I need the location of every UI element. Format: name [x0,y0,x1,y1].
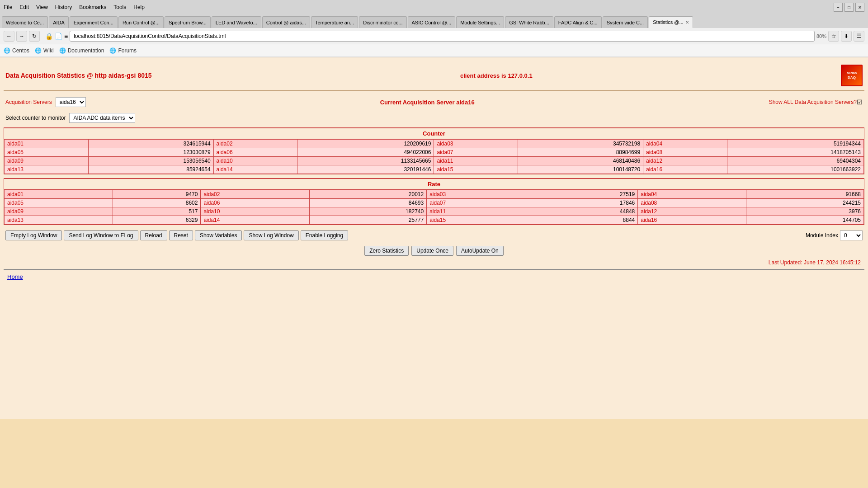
rate-value: 91668 [746,190,864,199]
counter-value: 88984699 [518,148,643,157]
rate-label: aida08 [638,199,746,207]
rate-value: 84693 [309,199,427,207]
counter-label: aida03 [434,140,518,148]
menu-history[interactable]: History [55,4,72,10]
tab-spectrum[interactable]: Spectrum Brow... [165,16,211,28]
rate-label: aida01 [5,190,113,199]
show-all-checkbox[interactable]: ☑ [857,99,863,106]
rate-label: aida10 [201,207,309,216]
globe-icon-docs: 🌐 [59,47,66,54]
last-updated: Last Updated: June 17, 2024 16:45:12 [4,258,864,267]
counter-label: aida02 [213,140,297,148]
reload-page-button[interactable]: Reload [140,230,167,240]
counter-label: aida08 [643,148,727,157]
close-button[interactable]: ✕ [855,3,864,12]
menu-edit[interactable]: Edit [19,4,29,10]
counter-value: 519194344 [727,140,863,148]
rate-value: 8602 [113,199,201,207]
client-address: client address is 127.0.0.1 [460,72,533,79]
zero-statistics-button[interactable]: Zero Statistics [364,246,409,256]
menu-icon[interactable]: ☰ [854,31,864,42]
tab-runcontrol[interactable]: Run Control @... [118,16,164,28]
bookmark-centos[interactable]: 🌐 Centos [4,47,29,54]
empty-log-button[interactable]: Empty Log Window [5,230,62,240]
reload-button[interactable]: ↻ [29,31,40,42]
table-row: aida13 6329 aida14 25777 aida15 8844 aid… [5,216,864,225]
current-server-label: Current Acquisition Server aida16 [86,99,769,106]
minimize-button[interactable]: − [834,3,843,12]
menu-file[interactable]: File [4,4,12,10]
bookmark-documentation[interactable]: 🌐 Documentation [59,47,104,54]
back-button[interactable]: ← [4,31,14,42]
counter-section-header: Counter [4,128,864,139]
tab-welcome[interactable]: Welcome to Ce... [2,16,48,28]
table-row: aida09 517 aida10 182740 aida11 44848 ai… [5,207,864,216]
download-icon[interactable]: ⬇ [841,31,852,42]
server-select[interactable]: aida16 [56,97,86,107]
tab-statistics[interactable]: Statistics @... ✕ [649,16,693,28]
tab-temperature[interactable]: Temperature an... [311,16,358,28]
counter-value: 85924654 [88,165,213,174]
tab-discriminator[interactable]: Discriminator cc... [359,16,406,28]
table-row: aida13 85924654 aida14 320191446 aida15 … [5,165,864,174]
rate-value: 44848 [535,207,638,216]
counter-label: aida11 [434,157,518,165]
menu-view[interactable]: View [36,4,48,10]
rate-label: aida11 [427,207,535,216]
counter-label: aida09 [5,157,89,165]
bookmark-icon[interactable]: ☆ [828,31,839,42]
update-once-button[interactable]: Update Once [411,246,453,256]
tabs-bar: Welcome to Ce... AIDA Experiment Con... … [0,14,868,28]
tab-close-icon[interactable]: ✕ [685,20,689,25]
maximize-button[interactable]: □ [844,3,854,12]
counter-value: 123030879 [88,148,213,157]
bookmark-forums[interactable]: 🌐 Forums [109,47,137,54]
bookmark-wiki[interactable]: 🌐 Wiki [35,47,54,54]
menu-tools[interactable]: Tools [113,4,126,10]
module-index-select[interactable]: 0 [840,230,863,240]
show-all-servers-link[interactable]: Show ALL Data Acquisition Servers? [769,99,857,105]
page-header: Data Acquisition Statistics @ http aidas… [4,61,864,91]
shield-icon: 🔒 [45,33,53,40]
tab-control[interactable]: Control @ aidas... [262,16,310,28]
rate-label: aida02 [201,190,309,199]
rate-table: aida01 9470 aida02 20012 aida03 27519 ai… [4,190,864,225]
tab-experiment[interactable]: Experiment Con... [70,16,118,28]
bookmarks-bar: 🌐 Centos 🌐 Wiki 🌐 Documentation 🌐 Forums [0,44,868,57]
show-log-window-button[interactable]: Show Log Window [244,230,298,240]
table-row: aida01 9470 aida02 20012 aida03 27519 ai… [5,190,864,199]
forward-button[interactable]: → [16,31,27,42]
counter-select[interactable]: AIDA ADC data items [69,113,135,123]
tab-module-settings[interactable]: Module Settings... [456,16,504,28]
counter-label: aida13 [5,165,89,174]
send-log-button[interactable]: Send Log Window to ELog [64,230,138,240]
tab-system-wide[interactable]: System wide C... [603,16,648,28]
globe-icon-forums: 🌐 [109,47,116,54]
counter-label: aida07 [434,148,518,157]
menu-bookmarks[interactable]: Bookmarks [79,4,106,10]
tab-fadc[interactable]: FADC Align & C... [554,16,602,28]
nav-bar: ← → ↻ 🔒 📄 ≡ 80% ☆ ⬇ ☰ [0,28,868,44]
enable-logging-button[interactable]: Enable Logging [301,230,348,240]
tab-led[interactable]: LED and Wavefo... [212,16,261,28]
auto-update-button[interactable]: AutoUpdate On [456,246,504,256]
rate-label: aida12 [638,207,746,216]
rate-value: 517 [113,207,201,216]
table-row: aida01 324615944 aida02 120209619 aida03… [5,140,864,148]
counter-label: aida12 [643,157,727,165]
address-bar[interactable] [70,31,815,42]
acquisition-servers-label: Acquisition Servers [5,99,52,105]
counter-label: aida04 [643,140,727,148]
tab-gsi-white[interactable]: GSI White Rabb... [505,16,553,28]
menu-help[interactable]: Help [133,4,145,10]
show-variables-button[interactable]: Show Variables [195,230,242,240]
counter-label: aida15 [434,165,518,174]
zoom-level: 80% [816,33,826,39]
reset-button[interactable]: Reset [169,230,193,240]
tab-asic[interactable]: ASIC Control @... [408,16,456,28]
stats-buttons-row: Zero Statistics Update Once AutoUpdate O… [4,244,864,258]
tab-aida[interactable]: AIDA [49,16,69,28]
rate-label: aida15 [427,216,535,225]
home-link[interactable]: Home [4,272,27,282]
counter-label: aida05 [5,148,89,157]
